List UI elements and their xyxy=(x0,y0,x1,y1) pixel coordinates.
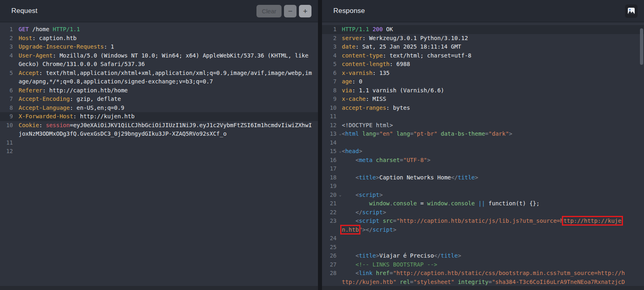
code-line: Referer: http://caption.htb/home xyxy=(19,86,128,95)
line-number: 6 xyxy=(322,69,342,78)
code-token: > xyxy=(362,226,366,233)
code-token: <!-- LINKS BOOTSTRAP --> xyxy=(356,261,437,268)
code-row: 4User-Agent: Mozilla/5.0 (Windows NT 10.… xyxy=(0,51,318,60)
code-row: 14 xyxy=(322,139,644,147)
code-token: . xyxy=(447,200,451,207)
render-image-button[interactable] xyxy=(625,4,638,18)
code-row: age/apng,*/*;q=0.8,application/signed-ex… xyxy=(0,77,318,86)
code-token: > xyxy=(359,148,362,154)
line-number: 10 xyxy=(0,121,19,130)
code-line: Upgrade-Insecure-Requests: 1 xyxy=(19,43,114,51)
line-number: 25 xyxy=(322,243,342,252)
code-token: > xyxy=(475,174,478,181)
fold-toggle-icon[interactable]: ⌄ xyxy=(339,149,341,153)
code-token: : MISS xyxy=(366,96,386,102)
code-token: script xyxy=(373,226,393,233)
code-row: 6x-varnish: 135 xyxy=(322,69,644,78)
code-token: html xyxy=(345,130,359,137)
code-token: : gzip, deflate xyxy=(70,96,121,102)
code-token xyxy=(393,130,396,137)
code-line: age: 0 xyxy=(342,77,362,86)
request-title: Request xyxy=(11,7,38,15)
code-row: 26 <title>Viajar é Preciso</title> xyxy=(322,252,644,260)
code-row: 6Referer: http://caption.htb/home xyxy=(0,86,318,95)
code-row: 27 <!-- LINKS BOOTSTRAP --> xyxy=(322,260,644,269)
code-token: = xyxy=(485,130,488,137)
code-token xyxy=(369,26,372,32)
code-token: > xyxy=(509,130,512,137)
code-token: ttp://kujen.htb" xyxy=(342,279,396,285)
code-token: date xyxy=(342,43,356,50)
code-token: < xyxy=(356,157,359,163)
line-number: 7 xyxy=(0,95,19,104)
code-line: <script src="http://caption.htb/static/j… xyxy=(342,217,621,226)
code-token: < xyxy=(356,218,359,224)
code-line: Accept-Encoding: gzip, deflate xyxy=(19,95,121,104)
code-token: : Werkzeug/3.0.1 Python/3.10.12 xyxy=(362,35,468,41)
code-token: </ xyxy=(434,252,441,259)
code-row: 2server: Werkzeug/3.0.1 Python/3.10.12 xyxy=(322,34,644,43)
fold-toggle-icon[interactable]: ⌄ xyxy=(339,193,341,197)
request-editor[interactable]: 1GET /home HTTP/1.12Host: caption.htb3Up… xyxy=(0,22,318,286)
code-token xyxy=(475,200,478,207)
line-number: 15⌄ xyxy=(322,147,342,156)
code-token: : http://caption.htb/home xyxy=(42,87,128,94)
code-row: 15⌄<head> xyxy=(322,147,644,156)
vertical-scrollbar-thumb[interactable] xyxy=(640,28,643,65)
increase-font-button[interactable]: + xyxy=(299,5,311,17)
line-number: 1 xyxy=(322,25,342,34)
code-token: "sha384-T3c6CoIi6uLrA9TneNEoa7RxnatzjcD xyxy=(492,279,625,285)
code-row: 8via: 1.1 varnish (Varnish/6.6) xyxy=(322,86,644,95)
code-token: console xyxy=(451,200,475,207)
code-token xyxy=(342,174,356,181)
code-token: < xyxy=(356,252,359,259)
line-number: 23 xyxy=(322,217,342,226)
code-row: n.htb"></script> xyxy=(322,226,644,235)
code-token: x-cache xyxy=(342,96,366,102)
code-token: "dark" xyxy=(489,130,509,137)
line-number xyxy=(322,226,342,235)
code-token: = xyxy=(410,130,413,137)
line-number: 5 xyxy=(0,69,19,78)
code-token xyxy=(342,261,356,268)
code-token: < xyxy=(356,270,359,276)
code-token: t xyxy=(519,200,522,207)
code-token: <!DOCTYPE html> xyxy=(342,122,393,128)
code-token: > xyxy=(376,174,379,181)
code-token: > xyxy=(376,252,379,259)
code-row-highlighted: 1HTTP/1.1 200 OK xyxy=(322,25,644,34)
code-token: title xyxy=(441,252,458,259)
clear-button[interactable]: Clear xyxy=(256,5,282,17)
code-row: 5Accept: text/html,application/xhtml+xml… xyxy=(0,69,318,78)
line-number: 10 xyxy=(322,104,342,113)
line-number: 5 xyxy=(322,60,342,69)
code-token: age/apng,*/*;q=0.8,application/signed-ex… xyxy=(19,78,213,85)
code-token: =eyJ0eXAiOiJKV1QiLCJhbGciOiJIUzI1NiJ9.ey… xyxy=(70,122,311,128)
code-token: </ xyxy=(356,209,362,215)
code-line: content-length: 6988 xyxy=(342,60,410,69)
line-number: 24 xyxy=(322,234,342,243)
code-line: server: Werkzeug/3.0.1 Python/3.10.12 xyxy=(342,34,468,43)
response-editor[interactable]: 1HTTP/1.1 200 OK2server: Werkzeug/3.0.1 … xyxy=(322,22,644,286)
line-number: 16 xyxy=(322,156,342,165)
code-token: Cookie xyxy=(19,122,39,128)
code-row: 24 xyxy=(322,234,644,243)
code-line: Gecko) Chrome/131.0.0.0 Safari/537.36 xyxy=(19,60,145,69)
image-icon xyxy=(628,8,635,14)
code-token: title xyxy=(359,252,376,259)
code-token: : http://kujen.htb xyxy=(73,113,135,119)
fold-toggle-icon[interactable]: ⌄ xyxy=(339,132,341,136)
code-row: 4content-type: text/html; charset=utf-8 xyxy=(322,51,644,60)
code-token: via xyxy=(342,87,352,94)
line-number: 20⌄ xyxy=(322,191,342,200)
line-number: 9 xyxy=(322,95,342,104)
decrease-font-button[interactable]: − xyxy=(284,5,297,17)
line-number: 22 xyxy=(322,208,342,217)
code-line: joxNzM3ODMxODg3fQ.GvexGsDC3_0j29bngydGIk… xyxy=(19,130,227,139)
code-line: HTTP/1.1 200 OK xyxy=(342,25,393,34)
code-token: "stylesheet" xyxy=(413,279,454,285)
code-row: 8Accept-Language: en-US,en;q=0.9 xyxy=(0,104,318,113)
code-token: = xyxy=(488,279,491,285)
response-header-actions xyxy=(625,4,638,18)
line-number xyxy=(0,130,19,139)
